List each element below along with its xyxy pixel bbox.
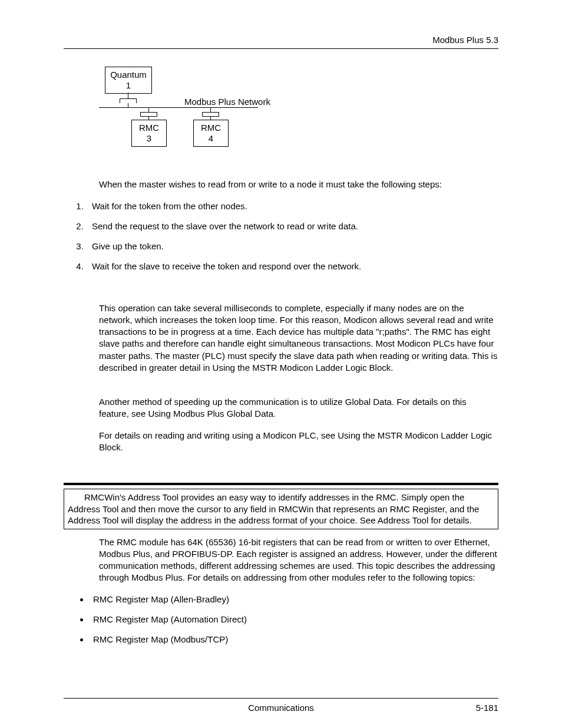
list-item: RMC Register Map (Automation Direct) — [90, 614, 498, 625]
paragraph-operation: This operation can take several millisec… — [99, 302, 498, 374]
footer-chapter-title: Communications — [64, 702, 498, 714]
network-diagram: Quantum 1 RMC 3 RMC 4 Modbus Plus Ne — [99, 67, 498, 161]
intro-sentence: When the master wishes to read from or w… — [99, 179, 498, 190]
paragraph-mstr: For details on reading and writing using… — [99, 430, 498, 454]
header-section-label: Modbus Plus 5.3 — [432, 35, 498, 45]
diagram-network-label: Modbus Plus Network — [184, 96, 270, 108]
list-item: RMC Register Map (Allen-Bradley) — [90, 594, 498, 605]
list-item: RMC Register Map (Modbus/TCP) — [90, 634, 498, 645]
diagram-node-quantum: Quantum 1 — [105, 67, 152, 94]
step-item: Give up the token. — [86, 241, 498, 252]
step-item: Wait for the token from the other nodes. — [86, 200, 498, 212]
page-footer: Communications 5-181 — [64, 698, 498, 702]
tip-box: RMCWin's Address Tool provides an easy w… — [64, 489, 498, 529]
steps-list: Wait for the token from the other nodes.… — [64, 200, 498, 273]
page-header: Modbus Plus 5.3 — [64, 34, 498, 49]
step-item: Wait for the slave to receive the token … — [86, 261, 498, 272]
diagram-node-rmc3: RMC 3 — [131, 120, 167, 147]
section-divider — [64, 483, 498, 485]
paragraph-registers: The RMC module has 64K (65536) 16-bit re… — [99, 536, 498, 584]
step-item: Send the request to the slave over the n… — [86, 220, 498, 232]
register-map-list: RMC Register Map (Allen-Bradley) RMC Reg… — [64, 594, 498, 646]
footer-page-number: 5-181 — [476, 702, 498, 714]
paragraph-global-data: Another method of speeding up the commun… — [99, 396, 498, 420]
tip-text: RMCWin's Address Tool provides an easy w… — [68, 492, 494, 526]
diagram-node-rmc4: RMC 4 — [193, 120, 229, 147]
